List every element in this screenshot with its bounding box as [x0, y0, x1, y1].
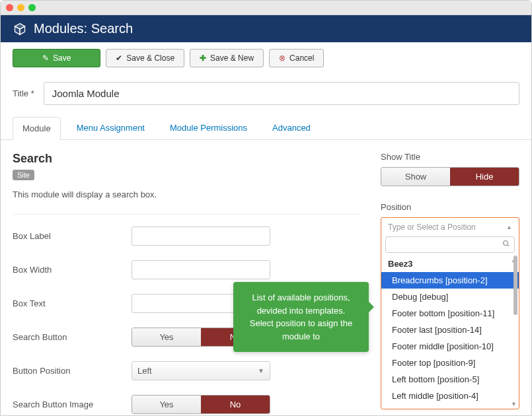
window-titlebar — [1, 1, 531, 15]
help-tooltip: List of available positions, devided int… — [233, 282, 369, 352]
search-button-image-no[interactable]: No — [201, 396, 270, 413]
save-button[interactable]: ✎ Save — [13, 49, 100, 67]
position-search-input[interactable] — [390, 240, 502, 250]
position-item[interactable]: Footer last [position-14] — [381, 322, 519, 338]
tab-advanced[interactable]: Advanced — [263, 117, 320, 139]
svg-line-1 — [508, 245, 510, 247]
search-button-yes[interactable]: Yes — [132, 328, 201, 346]
check-icon: ✔ — [116, 53, 122, 63]
box-width-label: Box Width — [13, 265, 132, 275]
position-selected[interactable]: Type or Select a Position ▲ — [381, 218, 519, 236]
tab-module-permissions[interactable]: Module Permissions — [161, 117, 256, 139]
search-icon — [502, 240, 510, 250]
position-item[interactable]: Footer middle [position-10] — [381, 338, 519, 355]
search-button-label: Search Button — [13, 332, 132, 342]
show-title-hide[interactable]: Hide — [450, 168, 519, 186]
window-close-icon[interactable] — [6, 4, 13, 11]
button-position-label: Button Position — [13, 366, 132, 376]
svg-point-0 — [504, 241, 508, 246]
title-input[interactable] — [44, 82, 519, 105]
title-label: Title * — [13, 88, 34, 98]
check-icon: ✎ — [42, 53, 49, 63]
search-button-image-label: Search Button Image — [13, 399, 132, 409]
box-text-label: Box Text — [13, 298, 132, 308]
search-button-image-yes[interactable]: Yes — [132, 396, 201, 413]
page-header: Modules: Search — [1, 15, 531, 42]
box-label-label: Box Label — [13, 231, 132, 241]
tabs: Module Menu Assignment Module Permission… — [1, 117, 531, 140]
button-position-select[interactable]: Left ▼ — [132, 361, 270, 380]
position-search[interactable] — [385, 236, 515, 253]
site-badge: Site — [13, 170, 34, 180]
position-item[interactable]: Breadcrumbs [position-2] — [381, 272, 519, 289]
position-group: Beez3 — [381, 256, 519, 272]
save-new-button[interactable]: ✚ Save & New — [190, 49, 264, 67]
window-maximize-icon[interactable] — [28, 4, 36, 11]
position-item[interactable]: Left middle [position-4] — [381, 388, 519, 404]
position-item[interactable]: Debug [debug] — [381, 289, 519, 305]
position-label: Position — [381, 202, 519, 212]
position-item[interactable]: Footer top [position-9] — [381, 355, 519, 371]
search-button-image-toggle[interactable]: Yes No — [132, 395, 270, 414]
page-title: Modules: Search — [34, 21, 133, 36]
module-name: Search — [13, 152, 361, 166]
chevron-up-icon: ▲ — [506, 224, 512, 230]
show-title-toggle[interactable]: Show Hide — [381, 167, 519, 186]
toolbar: ✎ Save ✔ Save & Close ✚ Save & New ⊗ Can… — [1, 42, 531, 74]
box-width-input[interactable] — [132, 260, 270, 279]
module-cube-icon — [13, 22, 27, 36]
module-description: This module will display a search box. — [13, 190, 361, 199]
position-item[interactable]: Left bottom [position-5] — [381, 371, 519, 388]
box-label-input[interactable] — [132, 226, 270, 246]
scrollbar[interactable] — [513, 256, 517, 409]
position-item[interactable]: Footer bottom [position-11] — [381, 305, 519, 322]
separator — [13, 214, 361, 215]
tab-module[interactable]: Module — [13, 117, 61, 140]
window-minimize-icon[interactable] — [17, 4, 24, 11]
tab-menu-assignment[interactable]: Menu Assignment — [67, 117, 154, 139]
show-title-show[interactable]: Show — [381, 168, 450, 186]
cancel-icon: ⊗ — [279, 53, 285, 63]
position-list: Beez3 Breadcrumbs [position-2] Debug [de… — [381, 256, 519, 409]
scrollbar-thumb[interactable] — [513, 256, 517, 315]
position-dropdown[interactable]: Type or Select a Position ▲ Beez3 Breadc… — [381, 217, 519, 409]
save-close-button[interactable]: ✔ Save & Close — [106, 49, 184, 67]
cancel-button[interactable]: ⊗ Cancel — [269, 49, 324, 67]
position-item[interactable]: Left top [position-7] — [381, 404, 519, 409]
chevron-down-icon: ▼ — [258, 367, 264, 374]
plus-icon: ✚ — [200, 53, 206, 63]
show-title-label: Show Title — [381, 152, 519, 162]
